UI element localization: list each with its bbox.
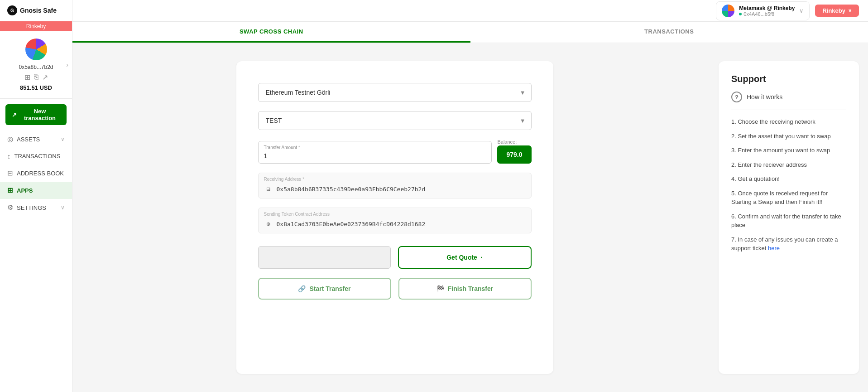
transactions-icon: ↕ — [7, 152, 11, 160]
token-select-wrapper: TEST ETH USDC DAI ▼ — [258, 111, 532, 130]
finish-transfer-button[interactable]: 🏁 Finish Transfer — [398, 278, 532, 300]
sidebar: G Gnosis Safe Rinkeby 0x5a8b...7b2d ⊞ ⎘ … — [0, 0, 72, 392]
tabs: SWAP CROSS CHAIN TRANSACTIONS — [72, 22, 868, 43]
apps-icon: ⊞ — [7, 186, 13, 194]
sidebar-nav: ◎ ASSETS ∨ ↕ TRANSACTIONS ⊟ ADDRESS BOOK… — [0, 131, 72, 216]
content-area: Ethereum Testnet Görli Ethereum Mainnet … — [72, 43, 868, 392]
account-actions: ⊞ ⎘ ↗ — [24, 73, 48, 82]
logo-icon: G — [7, 5, 17, 15]
main-content: SWAP CROSS CHAIN TRANSACTIONS Ethereum T… — [72, 22, 868, 392]
support-steps: 1. Choose the receiving network 2. Set t… — [731, 117, 846, 253]
sidebar-item-settings[interactable]: ⚙ SETTINGS ∨ — [0, 199, 72, 216]
settings-icon: ⚙ — [7, 203, 13, 212]
question-icon: ? — [731, 92, 742, 102]
here-link[interactable]: here — [768, 245, 780, 252]
finish-transfer-icon: 🏁 — [436, 285, 444, 292]
external-link-icon[interactable]: ↗ — [42, 73, 48, 82]
app-name: Gnosis Safe — [20, 7, 57, 14]
support-step-1: 1. Choose the receiving network — [731, 117, 846, 126]
expand-icon[interactable]: › — [66, 61, 68, 68]
tab-swap-cross-chain[interactable]: SWAP CROSS CHAIN — [72, 22, 470, 43]
sending-token-field: Sending Token Contract Address ⊕ 0x8a1Ca… — [258, 208, 532, 233]
wallet-name: Metamask @ Rinkeby — [739, 5, 795, 11]
support-title: Support — [731, 74, 846, 84]
quote-display-area — [258, 246, 391, 269]
transfer-buttons-row: 🔗 Start Transfer 🏁 Finish Transfer — [258, 278, 532, 300]
wallet-address: 0x4A46...b5f8 — [739, 11, 795, 17]
support-card: Support ? How it works 1. Choose the rec… — [719, 61, 859, 374]
connected-dot — [739, 13, 742, 15]
transfer-amount-field: Transfer Amount * — [258, 141, 492, 164]
account-address: 0x5a8b...7b2d — [19, 64, 53, 70]
support-step-2: 2. Set the asset that you want to swap — [731, 132, 846, 141]
start-transfer-button[interactable]: 🔗 Start Transfer — [258, 278, 391, 300]
start-transfer-icon: 🔗 — [298, 285, 306, 292]
network-button[interactable]: Rinkeby ∨ — [815, 5, 859, 17]
settings-chevron-icon: ∨ — [61, 204, 65, 211]
amount-row: Transfer Amount * Balance: 979.0 — [258, 139, 532, 164]
network-select-wrapper: Ethereum Testnet Görli Ethereum Mainnet … — [258, 83, 532, 102]
wallet-chevron-icon: ∨ — [799, 7, 804, 14]
sidebar-item-assets[interactable]: ◎ ASSETS ∨ — [0, 131, 72, 148]
sidebar-item-apps[interactable]: ⊞ APPS — [0, 182, 72, 199]
transfer-amount-label: Transfer Amount * — [264, 145, 300, 150]
get-quote-row: Get Quote · — [258, 246, 532, 269]
receiving-address-label: Receiving Address * — [259, 173, 531, 183]
sidebar-item-transactions[interactable]: ↕ TRANSACTIONS — [0, 148, 72, 165]
assets-chevron-icon: ∨ — [61, 136, 65, 142]
app-logo: G Gnosis Safe — [7, 5, 57, 15]
get-quote-button[interactable]: Get Quote · — [398, 246, 532, 269]
assets-icon: ◎ — [7, 135, 13, 143]
copy-address-icon: ⊟ — [264, 184, 273, 194]
copy-icon[interactable]: ⎘ — [34, 73, 38, 82]
new-transaction-button[interactable]: ↗ New transaction — [5, 104, 67, 125]
avatar — [25, 39, 47, 60]
top-header: Metamask @ Rinkeby 0x4A46...b5f8 ∨ Rinke… — [72, 0, 868, 22]
support-step-5: 4. Get a quotation! — [731, 174, 846, 184]
token-contract-icon: ⊕ — [264, 219, 273, 228]
network-badge: Rinkeby — [0, 21, 72, 31]
wallet-details: Metamask @ Rinkeby 0x4A46...b5f8 — [739, 5, 795, 17]
support-step-3: 3. Enter the amount you want to swap — [731, 146, 846, 155]
token-group: TEST ETH USDC DAI ▼ — [258, 111, 532, 130]
support-step-4: 2. Enter the reciever address — [731, 160, 846, 169]
wallet-info[interactable]: Metamask @ Rinkeby 0x4A46...b5f8 ∨ — [716, 1, 810, 20]
how-it-works: ? How it works — [731, 92, 846, 110]
network-chevron-icon: ∨ — [848, 8, 852, 14]
quote-bullet: · — [481, 254, 483, 261]
sending-token-value: ⊕ 0x8a1Cad3703E0beAe0e0237369B4fcD04228d… — [259, 218, 531, 233]
receiving-address-value: ⊟ 0x5a8b84b6B37335c439Dee0a93Fbb6C9Ceeb2… — [259, 183, 531, 198]
arrow-up-icon: ↗ — [12, 111, 17, 118]
receiving-address-field: Receiving Address * ⊟ 0x5a8b84b6B37335c4… — [258, 173, 532, 198]
balance-value: 979.0 — [497, 145, 531, 164]
support-step-6: 5. Once quote is received request for St… — [731, 189, 846, 207]
sidebar-item-address-book[interactable]: ⊟ ADDRESS BOOK — [0, 165, 72, 182]
account-balance: 851.51 USD — [20, 84, 52, 91]
network-group: Ethereum Testnet Görli Ethereum Mainnet … — [258, 83, 532, 102]
account-section: 0x5a8b...7b2d ⊞ ⎘ ↗ 851.51 USD › — [0, 31, 72, 99]
qr-icon[interactable]: ⊞ — [24, 73, 30, 82]
tab-transactions[interactable]: TRANSACTIONS — [470, 22, 868, 43]
form-card: Ethereum Testnet Görli Ethereum Mainnet … — [236, 61, 553, 374]
balance-label: Balance: — [497, 139, 531, 145]
support-step-8: 7. In case of any issues you can create … — [731, 235, 846, 253]
how-it-works-label: How it works — [747, 93, 782, 101]
network-select[interactable]: Ethereum Testnet Görli Ethereum Mainnet … — [259, 83, 531, 102]
sidebar-header: G Gnosis Safe — [0, 0, 72, 21]
token-select[interactable]: TEST ETH USDC DAI — [259, 111, 531, 130]
address-book-icon: ⊟ — [7, 169, 13, 177]
support-step-7: 6. Confirm and wait for the transfer to … — [731, 212, 846, 230]
balance-group: Balance: 979.0 — [497, 139, 531, 164]
sending-token-label: Sending Token Contract Address — [259, 208, 531, 218]
wallet-avatar-icon — [722, 5, 734, 17]
